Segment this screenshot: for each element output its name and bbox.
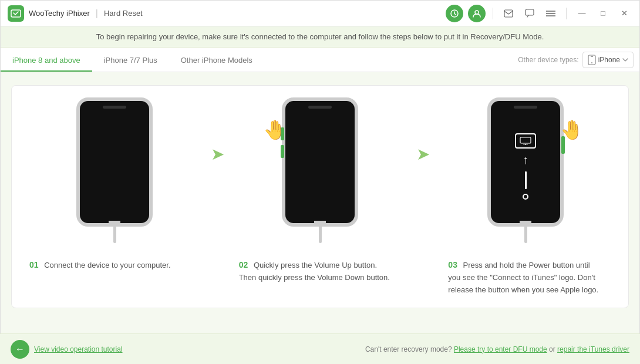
svg-point-9 xyxy=(591,62,592,63)
steps-descriptions: 01 Connect the device to your computer. … xyxy=(29,258,611,296)
tab-other-models[interactable]: Other iPhone Models xyxy=(169,48,264,72)
device-dropdown[interactable]: iPhone xyxy=(582,52,634,68)
footer-left: ← View video operation tutorial xyxy=(11,340,123,359)
step1-description: 01 Connect the device to your computer. xyxy=(29,258,182,272)
steps-area: ➤ 🤚 xyxy=(11,85,629,308)
arrow-2: ➤ xyxy=(405,97,440,164)
step-2: 🤚 xyxy=(235,97,405,254)
svg-rect-11 xyxy=(520,137,531,143)
step3-desc-container: 03 Press and hold the Power button until… xyxy=(442,258,611,296)
svg-rect-4 xyxy=(526,9,534,15)
tab-iphone8[interactable]: iPhone 8 and above xyxy=(1,48,92,72)
footer-right: Can't enter recovery mode? Please try to… xyxy=(365,345,629,353)
steps-images: ➤ 🤚 xyxy=(29,97,611,254)
or-text: or xyxy=(549,345,555,353)
step1-image xyxy=(56,97,173,244)
other-device-selector: Other device types: iPhone xyxy=(512,52,639,68)
content-wrapper: iPhone 8 and above iPhone 7/7 Plus Other… xyxy=(1,48,639,363)
page-title: Hard Reset xyxy=(104,9,143,18)
sep2 xyxy=(566,8,567,19)
step-3: ↑ 🤚 xyxy=(440,97,611,254)
arrow-1: ➤ xyxy=(200,97,235,164)
step1-desc-container: 01 Connect the device to your computer. xyxy=(29,258,198,272)
tabs: iPhone 8 and above iPhone 7/7 Plus Other… xyxy=(1,48,639,72)
footer: ← View video operation tutorial Can't en… xyxy=(0,333,640,364)
svg-rect-3 xyxy=(504,10,513,17)
app-name: WooTechy iPhixer xyxy=(29,9,90,18)
update-icon[interactable] xyxy=(446,5,463,22)
step3-image: ↑ 🤚 xyxy=(467,97,584,244)
infobar: To begin repairing your device, make sur… xyxy=(1,26,639,48)
minimize-button[interactable]: — xyxy=(574,5,590,22)
sep xyxy=(493,8,493,19)
chevron-down-icon xyxy=(622,58,628,62)
svg-point-2 xyxy=(475,11,479,14)
step-1 xyxy=(29,97,200,254)
mail-icon[interactable] xyxy=(500,5,517,22)
infobar-text: To begin repairing your device, make sur… xyxy=(96,32,544,41)
cant-enter-text: Can't enter recovery mode? xyxy=(365,345,452,353)
step3-description: 03 Press and hold the Power button until… xyxy=(448,258,601,296)
title-separator: | xyxy=(96,8,98,19)
step2-image: 🤚 xyxy=(261,97,379,244)
step2-desc-container: 02 Quickly press the Volume Up button. T… xyxy=(233,258,407,284)
step2-description: 02 Quickly press the Volume Up button. T… xyxy=(239,258,392,284)
back-button[interactable]: ← xyxy=(11,340,29,359)
other-device-label: Other device types: xyxy=(518,56,578,64)
user-icon[interactable] xyxy=(468,5,486,22)
device-value: iPhone xyxy=(598,56,620,64)
chat-icon[interactable] xyxy=(521,5,538,22)
dfu-mode-link[interactable]: Please try to enter DFU mode xyxy=(454,345,547,353)
tab-iphone7[interactable]: iPhone 7/7 Plus xyxy=(92,48,169,72)
phone-small-icon xyxy=(588,55,596,65)
titlebar: WooTechy iPhixer | Hard Reset xyxy=(1,1,639,26)
video-tutorial-link[interactable]: View video operation tutorial xyxy=(34,345,123,353)
close-button[interactable]: ✕ xyxy=(616,5,632,22)
menu-icon[interactable] xyxy=(543,5,559,22)
app-logo xyxy=(8,5,24,22)
repair-itunes-link[interactable]: repair the iTunes driver xyxy=(557,345,629,353)
titlebar-icons: — □ ✕ xyxy=(446,5,632,22)
maximize-button[interactable]: □ xyxy=(595,5,611,22)
